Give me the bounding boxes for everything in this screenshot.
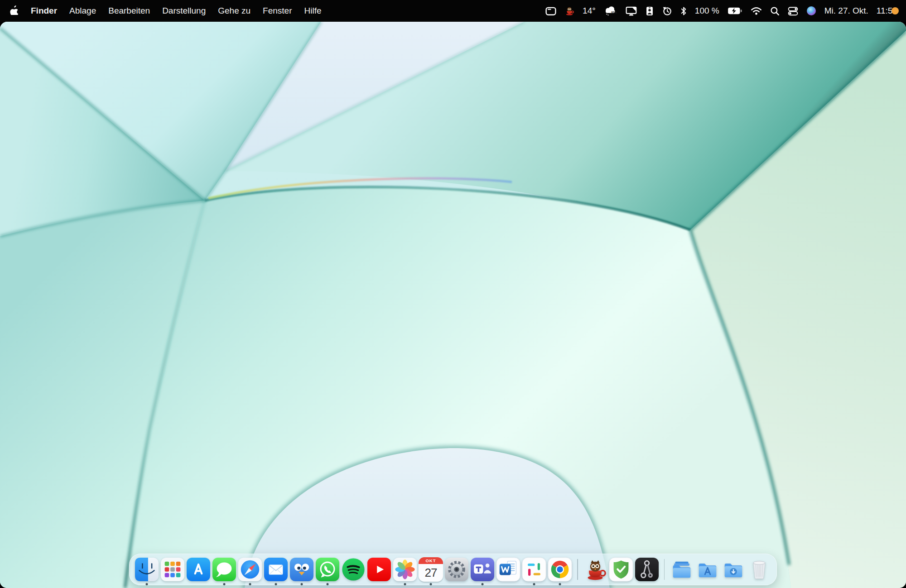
dock-item-owly[interactable] [583,557,607,582]
wallpaper-art [0,22,906,588]
clock-label[interactable]: 11:58 [877,6,899,16]
dock-item-app-store[interactable] [186,557,211,582]
finder-icon [135,557,159,582]
window-manager-icon[interactable] [545,6,556,16]
youtube-icon [367,557,391,582]
dock-item-spotify[interactable] [341,557,366,582]
dock-item-messages[interactable] [212,557,236,582]
dock-item-mail[interactable] [264,557,288,582]
dock-item-keychain-access[interactable] [635,557,659,582]
weather-icon[interactable]: 60% [604,5,617,16]
applications-folder-icon [695,557,720,582]
mail-icon [264,557,288,582]
menu-ablage[interactable]: Ablage [69,6,96,16]
menu-bar: Finder Ablage Bearbeiten Darstellung Geh… [0,0,906,22]
dock-item-trash[interactable] [747,557,771,582]
wifi-icon[interactable] [751,6,762,15]
photos-icon [393,557,417,582]
dock-item-launchpad[interactable] [160,557,185,582]
display-sidecar-icon[interactable] [626,6,637,16]
adguard-icon [609,557,633,582]
messages-icon [212,557,236,582]
dock-item-safari[interactable] [238,557,262,582]
slack-icon [522,557,546,582]
menu-fenster[interactable]: Fenster [263,6,292,16]
tweetbot-icon [289,557,314,582]
dock-item-folder-stack[interactable] [670,557,694,582]
folder-stack-icon [670,557,694,582]
date-label[interactable]: Mi. 27. Okt. [824,6,868,16]
apple-menu[interactable] [10,5,19,17]
desktop-wallpaper [0,22,906,588]
teams-icon [470,557,495,582]
dock-item-tweetbot[interactable] [289,557,314,582]
svg-text:60%: 60% [611,11,617,14]
id-badge-icon[interactable] [646,6,654,16]
chrome-icon [548,557,572,582]
dock-item-youtube[interactable] [367,557,391,582]
app-store-icon [186,557,211,582]
dock-item-whatsapp[interactable] [315,557,340,582]
dock-item-word[interactable] [496,557,520,582]
bluetooth-icon[interactable] [680,6,687,16]
whatsapp-icon [315,557,340,582]
siri-icon[interactable] [806,6,816,16]
dock-item-folder-downloads[interactable] [721,557,746,582]
owly-icon [583,557,607,582]
owly-menubar-icon[interactable] [564,6,574,16]
dock-item-folder-applications[interactable] [695,557,720,582]
temperature-label[interactable]: 14° [583,6,596,16]
keychain-icon [635,557,659,582]
notification-dot [892,7,899,14]
time-machine-icon[interactable] [662,6,672,16]
launchpad-icon [160,557,185,582]
menu-darstellung[interactable]: Darstellung [162,6,206,16]
dock-item-chrome[interactable] [548,557,572,582]
apple-icon [10,5,19,15]
menu-bearbeiten[interactable]: Bearbeiten [108,6,150,16]
dock-item-system-preferences[interactable] [444,557,469,582]
dock-item-calendar[interactable]: OKT 27 [419,557,443,582]
menu-app-name[interactable]: Finder [31,6,57,16]
menu-hilfe[interactable]: Hilfe [304,6,322,16]
control-center-icon[interactable] [788,6,798,16]
dock-separator [664,559,665,580]
menu-bar-left: Finder Ablage Bearbeiten Darstellung Geh… [0,5,322,17]
dock-item-adguard[interactable] [609,557,633,582]
dock: OKT 27 [129,554,777,585]
safari-icon [238,557,262,582]
macos-desktop: Finder Ablage Bearbeiten Darstellung Geh… [0,0,906,588]
spotify-icon [341,557,366,582]
dock-item-finder[interactable] [135,557,159,582]
dock-item-slack[interactable] [522,557,546,582]
battery-percent-label[interactable]: 100 % [695,6,719,16]
dock-item-teams[interactable] [470,557,495,582]
calendar-day: 27 [419,564,443,582]
calendar-icon: OKT 27 [419,557,443,582]
menu-bar-status: 14° 60% [545,5,906,16]
battery-charging-icon[interactable] [728,7,742,15]
word-icon [496,557,520,582]
menu-gehe-zu[interactable]: Gehe zu [218,6,251,16]
dock-separator [577,559,578,580]
dock-item-photos[interactable] [393,557,417,582]
spotlight-icon[interactable] [770,6,780,16]
system-preferences-icon [444,557,469,582]
downloads-folder-icon [721,557,746,582]
calendar-month: OKT [419,557,443,564]
trash-icon [747,557,771,582]
